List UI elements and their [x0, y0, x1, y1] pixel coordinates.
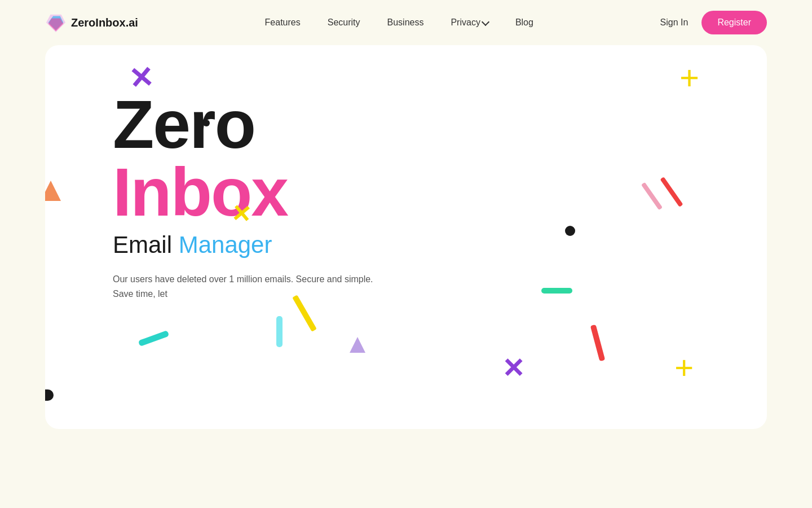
nav-features[interactable]: Features	[265, 17, 301, 27]
logo-icon	[45, 12, 67, 33]
chevron-down-icon	[482, 17, 489, 25]
deco-orange-rect-bottom	[590, 325, 605, 361]
nav-actions: Sign In Register	[660, 11, 767, 34]
hero-title-zero: Zero	[113, 90, 767, 158]
deco-green-rect	[541, 288, 572, 294]
deco-cyan-rect	[276, 316, 283, 347]
register-button[interactable]: Register	[701, 11, 767, 34]
deco-yellow-plus-bottom: +	[674, 351, 694, 384]
nav-blog[interactable]: Blog	[515, 17, 533, 27]
deco-teal-rect	[138, 330, 169, 347]
deco-purple-triangle-bottom	[350, 337, 365, 353]
hero-card: ✕ + ✕ ✕ + Zero	[45, 45, 767, 429]
nav-business[interactable]: Business	[387, 17, 424, 27]
deco-semicircle	[45, 389, 54, 401]
hero-title-inbox: Inbox	[113, 158, 767, 226]
nav-privacy[interactable]: Privacy	[451, 17, 488, 28]
nav-links: Features Security Business Privacy Blog	[265, 17, 533, 28]
sign-in-button[interactable]: Sign In	[660, 17, 689, 28]
logo-link[interactable]: ZeroInbox.ai	[45, 12, 138, 33]
nav-security[interactable]: Security	[328, 17, 360, 27]
navbar: ZeroInbox.ai Features Security Business …	[0, 0, 812, 45]
hero-description: Our users have deleted over 1 million em…	[113, 272, 383, 301]
deco-purple-x-bottom: ✕	[502, 352, 524, 384]
deco-orange-triangle	[45, 181, 61, 201]
svg-marker-2	[48, 18, 64, 31]
logo-text: ZeroInbox.ai	[71, 16, 138, 29]
hero-section: ✕ + ✕ ✕ + Zero	[0, 45, 812, 429]
deco-yellow-plus-top: +	[679, 61, 699, 95]
hero-subtitle: Email Manager	[113, 231, 767, 259]
